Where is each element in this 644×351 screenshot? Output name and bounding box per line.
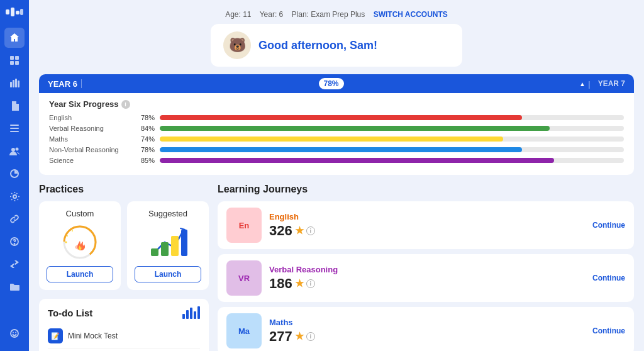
lj-subject: English [269, 212, 585, 221]
sidebar-folder-icon[interactable] [4, 277, 25, 297]
progress-pct: 85% [136, 157, 155, 164]
svg-point-26 [67, 235, 68, 237]
lj-thumbnail: En [226, 208, 262, 243]
divider-bar: | [588, 79, 591, 89]
progress-label: English [49, 114, 131, 121]
sidebar-home-icon[interactable] [4, 28, 25, 48]
todo-item-icon: 📝 [48, 328, 63, 343]
bar4 [194, 311, 196, 319]
progress-pct: 78% [136, 146, 155, 153]
svg-rect-14 [10, 131, 19, 132]
svg-point-18 [13, 195, 16, 198]
svg-rect-3 [20, 9, 23, 15]
star-icon: ★ [295, 277, 304, 289]
sidebar-help-icon[interactable] [4, 231, 25, 252]
lj-continue-button[interactable]: Continue [592, 274, 625, 282]
todo-section: To-do List 📝 Mini Mock Test 📖 Fiction Pr… [39, 299, 209, 351]
lj-info: Maths 277 ★ i [269, 318, 585, 345]
suggested-launch-button[interactable]: Launch [135, 266, 201, 282]
todo-header: To-do List [48, 306, 200, 319]
svg-rect-9 [13, 80, 14, 87]
year-info: Year: 6 [260, 10, 284, 19]
custom-practice-title: Custom [47, 209, 113, 218]
lj-info-icon[interactable]: i [306, 226, 315, 235]
progress-row: Maths 74% [49, 135, 624, 143]
sidebar-doc-icon[interactable] [4, 96, 25, 116]
svg-rect-7 [15, 61, 19, 65]
lj-card: VR Verbal Reasoning 186 ★ i Continue [218, 254, 634, 302]
sidebar-list-icon[interactable] [4, 118, 25, 138]
progress-bar-fill [160, 136, 503, 142]
lj-thumbnail: VR [226, 260, 262, 296]
progress-bar-bg [160, 126, 624, 131]
svg-rect-10 [15, 79, 17, 87]
lj-continue-button[interactable]: Continue [592, 221, 625, 230]
progress-pct: 78% [136, 114, 155, 121]
bar3 [190, 308, 192, 319]
svg-rect-4 [10, 56, 14, 60]
progress-label: Verbal Reasoning [49, 125, 131, 132]
two-col-layout: Practices Custom [39, 184, 634, 351]
progress-bar-fill [160, 126, 550, 131]
sidebar-chart-icon[interactable] [4, 73, 25, 93]
sidebar-link-icon[interactable] [4, 209, 25, 229]
bar-chart-icon [182, 306, 200, 319]
todo-item: 📝 Mini Mock Test [48, 324, 200, 348]
star-icon: ★ [295, 225, 304, 237]
progress-pct: 74% [136, 135, 155, 143]
progress-title: Year Six Progress i [49, 99, 624, 109]
svg-rect-2 [16, 11, 19, 14]
age-info: Age: 11 [225, 10, 251, 19]
progress-row: Non-Verbal Reasoning 78% [49, 146, 624, 153]
custom-practice-card: Custom [39, 201, 121, 290]
sidebar-settings-icon[interactable] [4, 186, 25, 206]
svg-point-27 [72, 230, 73, 231]
progress-info-icon[interactable]: i [121, 100, 130, 109]
lj-thumbnail: Ma [226, 313, 262, 348]
lj-score: 277 ★ i [269, 328, 585, 345]
sidebar-analytics-icon[interactable] [4, 164, 25, 184]
progress-chevron-icon[interactable]: ▲ [579, 81, 586, 87]
svg-rect-6 [10, 61, 14, 65]
switch-accounts-link[interactable]: SWITCH ACCOUNTS [374, 10, 448, 19]
next-year-badge: YEAR 7 [598, 79, 625, 88]
sidebar-grid-icon[interactable] [4, 50, 25, 70]
lj-card: Ma Maths 277 ★ i Continue [218, 307, 634, 351]
todo-item: 📖 Fiction Practice Thursday 31st March [48, 348, 200, 351]
progress-bar-fill [160, 158, 554, 163]
progress-bars: English 78% Verbal Reasoning 84% Maths 7… [49, 114, 624, 164]
progress-body: Year Six Progress i English 78% Verbal R… [39, 93, 634, 175]
plan-info: Plan: Exam Prep Plus [292, 10, 365, 19]
sidebar-feedback-icon[interactable] [4, 323, 25, 343]
practices-section: Practices Custom [39, 184, 209, 290]
lj-info-icon[interactable]: i [306, 332, 315, 341]
star-icon: ★ [295, 330, 304, 342]
progress-bar-bg [160, 147, 624, 152]
progress-bar-bg [160, 136, 624, 142]
bar2 [186, 310, 189, 319]
svg-rect-12 [10, 125, 19, 126]
overall-percentage: 78% [319, 78, 344, 89]
lj-subject: Maths [269, 318, 585, 327]
greeting-text: Good afternoon, Sam! [258, 39, 377, 52]
svg-point-25 [65, 242, 67, 243]
progress-row: English 78% [49, 114, 624, 121]
svg-rect-11 [18, 81, 19, 87]
lj-info: English 326 ★ i [269, 212, 585, 239]
custom-launch-button[interactable]: Launch [47, 266, 113, 282]
custom-practice-img [47, 223, 113, 261]
sidebar-users-icon[interactable] [4, 141, 25, 161]
app-logo [6, 8, 23, 18]
svg-rect-8 [10, 82, 12, 87]
lj-subject: Verbal Reasoning [269, 265, 585, 274]
svg-point-16 [16, 147, 19, 150]
avatar: 🐻 [223, 31, 251, 59]
lj-info-icon[interactable]: i [306, 279, 315, 288]
todo-items: 📝 Mini Mock Test 📖 Fiction Practice Thur… [48, 324, 200, 351]
lj-continue-button[interactable]: Continue [592, 326, 625, 335]
sidebar-transfer-icon[interactable] [4, 254, 25, 274]
svg-rect-28 [151, 248, 158, 256]
practices-cards: Custom [39, 201, 209, 290]
progress-label: Maths [49, 135, 131, 143]
learning-journeys-title: Learning Journeys [218, 184, 634, 195]
